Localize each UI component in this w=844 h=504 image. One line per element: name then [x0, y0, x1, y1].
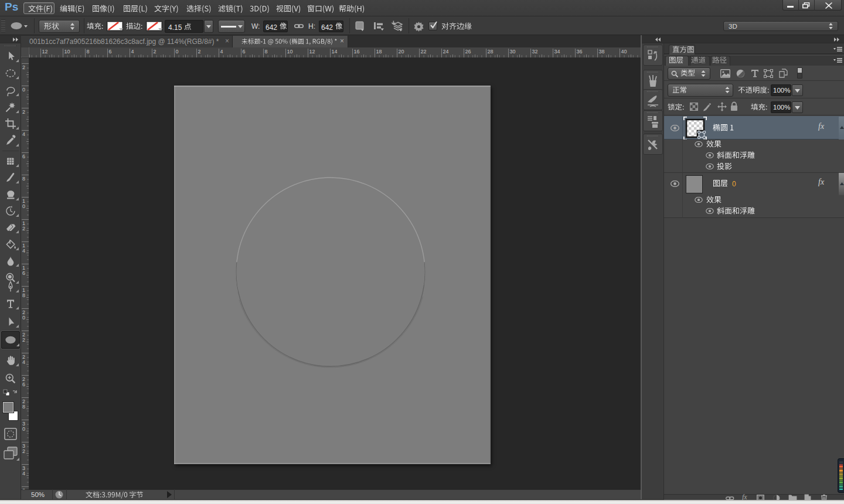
svg-text:34: 34: [554, 49, 560, 55]
svg-text:38: 38: [599, 49, 605, 55]
svg-text:6: 6: [22, 382, 25, 387]
svg-text:4: 4: [22, 471, 25, 476]
svg-text:0: 0: [22, 203, 25, 209]
svg-text:2: 2: [22, 226, 25, 231]
svg-text:8: 8: [22, 404, 25, 410]
svg-text:4: 4: [22, 248, 25, 254]
svg-text:8: 8: [87, 49, 90, 55]
svg-text:12: 12: [42, 49, 48, 55]
svg-text:6: 6: [22, 154, 25, 159]
svg-text:20: 20: [399, 49, 404, 55]
svg-text:22: 22: [421, 49, 427, 55]
svg-text:6: 6: [243, 49, 246, 55]
svg-text:2: 2: [22, 448, 25, 454]
svg-text:0: 0: [22, 87, 25, 93]
svg-text:8: 8: [22, 176, 25, 182]
svg-text:30: 30: [510, 49, 516, 55]
svg-text:16: 16: [354, 49, 360, 55]
svg-text:8: 8: [22, 292, 25, 298]
svg-text:40: 40: [621, 49, 627, 55]
svg-text:4: 4: [131, 49, 134, 55]
svg-text:8: 8: [265, 49, 268, 55]
svg-text:6: 6: [109, 49, 112, 55]
svg-text:4: 4: [220, 49, 223, 55]
svg-text:2: 2: [198, 49, 201, 55]
svg-text:12: 12: [309, 49, 315, 55]
svg-text:4: 4: [22, 131, 25, 137]
svg-text:14: 14: [332, 49, 338, 55]
svg-text:32: 32: [532, 49, 538, 55]
svg-text:0: 0: [176, 49, 179, 55]
svg-text:0: 0: [22, 426, 25, 432]
svg-text:26: 26: [465, 49, 471, 55]
svg-text:10: 10: [287, 49, 293, 55]
svg-text:2: 2: [22, 109, 25, 115]
svg-text:2: 2: [154, 49, 156, 55]
svg-text:4: 4: [22, 359, 25, 365]
svg-text:24: 24: [443, 49, 449, 55]
svg-text:2: 2: [22, 337, 25, 343]
svg-text:28: 28: [488, 49, 494, 55]
svg-text:10: 10: [64, 49, 70, 55]
svg-text:36: 36: [577, 49, 583, 55]
svg-text:6: 6: [22, 270, 25, 276]
svg-text:2: 2: [22, 64, 25, 70]
svg-text:0: 0: [22, 315, 25, 321]
svg-text:18: 18: [376, 49, 382, 55]
